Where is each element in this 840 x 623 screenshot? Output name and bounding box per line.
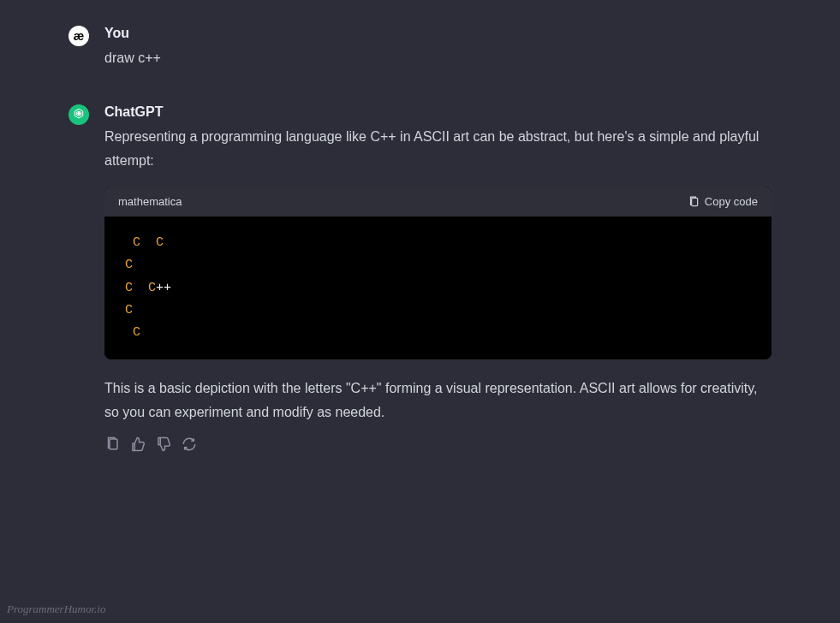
assistant-intro-text: Representing a programming language like… xyxy=(104,125,771,173)
assistant-message-content: ChatGPT Representing a programming langu… xyxy=(104,104,771,452)
user-name: You xyxy=(104,26,771,41)
thumbs-down-icon[interactable] xyxy=(156,436,171,452)
assistant-message: ChatGPT Representing a programming langu… xyxy=(69,104,771,452)
watermark: ProgrammerHumor.io xyxy=(7,602,105,616)
action-bar xyxy=(104,436,771,452)
user-message-content: You draw c++ xyxy=(104,26,771,70)
copy-code-button[interactable]: Copy code xyxy=(688,195,758,208)
code-language-label: mathematica xyxy=(118,195,182,208)
user-avatar: æ xyxy=(69,26,89,46)
regenerate-icon[interactable] xyxy=(182,436,197,452)
code-block: mathematica Copy code C C C C C++ C C xyxy=(104,187,771,359)
assistant-avatar xyxy=(69,104,89,125)
copy-icon[interactable] xyxy=(104,436,120,452)
user-message: æ You draw c++ xyxy=(69,26,771,70)
code-content[interactable]: C C C C C++ C C xyxy=(104,217,771,359)
svg-rect-1 xyxy=(692,198,698,205)
svg-rect-2 xyxy=(110,439,117,449)
openai-logo-icon xyxy=(72,108,86,122)
svg-point-0 xyxy=(78,112,80,115)
user-text: draw c++ xyxy=(104,46,771,70)
clipboard-icon xyxy=(688,196,700,208)
assistant-outro-text: This is a basic depiction with the lette… xyxy=(104,377,771,424)
assistant-name: ChatGPT xyxy=(104,104,771,120)
thumbs-up-icon[interactable] xyxy=(130,436,146,452)
user-avatar-symbol: æ xyxy=(74,29,84,43)
copy-code-label: Copy code xyxy=(705,195,758,208)
code-header: mathematica Copy code xyxy=(104,187,771,217)
